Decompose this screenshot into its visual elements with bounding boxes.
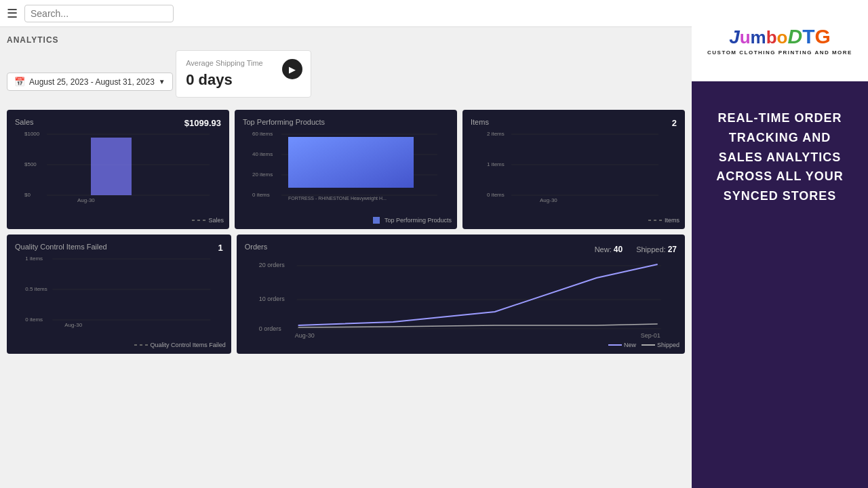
svg-text:Aug-30: Aug-30 — [77, 197, 95, 203]
orders-title: Orders — [245, 243, 268, 251]
svg-rect-17 — [288, 137, 414, 188]
svg-text:0 items: 0 items — [487, 192, 505, 198]
sales-chart-value: $1099.93 — [184, 118, 221, 128]
qc-chart-card: Quality Control Items Failed 1 1 items 0… — [7, 235, 231, 354]
brand-G: G — [815, 25, 831, 47]
calendar-icon: 📅 — [14, 77, 25, 87]
top-products-legend-box — [373, 217, 380, 224]
top-products-svg: 60 items 40 items 20 items 0 items FORT — [243, 127, 449, 202]
new-legend-label: New — [624, 342, 636, 348]
sales-chart-card: Sales $1099.93 $1000 $500 $0 Aug-30 Sale… — [7, 110, 229, 229]
new-label: New: — [595, 245, 614, 253]
items-legend-line — [648, 220, 662, 221]
svg-text:1 items: 1 items — [487, 161, 505, 167]
brand-J: J — [729, 26, 740, 47]
new-legend: New — [608, 342, 636, 348]
sales-legend: Sales — [192, 217, 224, 224]
orders-stats: New: 40 Shipped: 27 — [595, 243, 677, 255]
orders-header: Orders New: 40 Shipped: 27 — [245, 243, 677, 255]
svg-text:0 items: 0 items — [25, 317, 43, 323]
qc-chart-svg: 1 items 0.5 items 0 items Aug-30 — [15, 252, 223, 327]
top-products-legend: Top Performing Products — [373, 217, 452, 224]
svg-text:FORTRESS - RHINESTONE Heavywei: FORTRESS - RHINESTONE Heavyweight H... — [288, 196, 387, 201]
right-panel: JumboDTG CUSTOM CLOTHING PRINTING AND MO… — [692, 0, 868, 488]
sales-legend-line — [192, 220, 205, 221]
orders-new-stat: New: 40 — [595, 243, 623, 255]
sales-chart-svg: $1000 $500 $0 Aug-30 — [15, 127, 221, 202]
svg-text:0 items: 0 items — [252, 192, 270, 198]
shipping-icon: ▶ — [282, 59, 302, 79]
header: ☰ — [0, 0, 692, 27]
svg-text:2 items: 2 items — [487, 131, 505, 137]
svg-text:20 items: 20 items — [252, 171, 273, 178]
dropdown-arrow-icon: ▼ — [159, 78, 165, 85]
items-chart-card: Items 2 2 items 1 items 0 items Aug-30 I… — [462, 110, 685, 229]
items-chart-value: 2 — [672, 118, 677, 128]
analytics-label: ANALYTICS — [7, 35, 685, 45]
svg-text:60 items: 60 items — [252, 131, 273, 137]
qc-legend-line — [134, 344, 148, 346]
brand-m: m — [751, 27, 766, 47]
sales-legend-label: Sales — [208, 217, 224, 224]
brand-o: o — [777, 27, 788, 47]
menu-icon[interactable]: ☰ — [7, 6, 18, 21]
brand-logo: JumboDTG CUSTOM CLOTHING PRINTING AND MO… — [707, 26, 852, 56]
top-charts-grid: Sales $1099.93 $1000 $500 $0 Aug-30 Sale… — [0, 110, 692, 235]
svg-text:40 items: 40 items — [252, 151, 273, 157]
new-value: 40 — [614, 245, 623, 254]
svg-text:Aug-30: Aug-30 — [294, 332, 314, 339]
svg-text:Sep-01: Sep-01 — [640, 332, 660, 339]
top-products-title: Top Performing Products — [243, 118, 449, 126]
svg-text:1 items: 1 items — [25, 256, 43, 262]
orders-chart-svg: 20 orders 10 orders 0 orders Aug-30 Sep-… — [245, 258, 677, 339]
svg-text:20 orders: 20 orders — [258, 262, 285, 268]
svg-text:Aug-30: Aug-30 — [540, 197, 557, 203]
svg-text:0 orders: 0 orders — [258, 325, 281, 332]
search-input[interactable] — [31, 8, 167, 19]
brand-T: T — [802, 25, 814, 47]
brand-b: b — [766, 27, 777, 47]
svg-text:$0: $0 — [24, 192, 31, 198]
brand-D: D — [788, 25, 803, 47]
top-products-chart-card: Top Performing Products 60 items 40 item… — [235, 110, 457, 229]
date-picker[interactable]: 📅 August 25, 2023 - August 31, 2023 ▼ — [7, 73, 173, 91]
svg-text:0.5 items: 0.5 items — [25, 286, 47, 292]
qc-legend-label: Quality Control Items Failed — [151, 342, 226, 348]
shipped-label: Shipped: — [636, 245, 667, 253]
qc-chart-value: 1 — [218, 243, 222, 253]
svg-rect-6 — [91, 138, 132, 195]
shipped-legend-label: Shipped — [657, 342, 679, 348]
svg-text:10 orders: 10 orders — [258, 296, 285, 302]
qc-legend: Quality Control Items Failed — [134, 342, 226, 348]
qc-chart-title: Quality Control Items Failed — [15, 243, 223, 251]
shipped-legend-line — [642, 344, 655, 346]
orders-legend: New Shipped — [608, 342, 679, 348]
top-products-legend-label: Top Performing Products — [384, 217, 452, 224]
brand-u: u — [740, 27, 751, 47]
analytics-section: ANALYTICS 📅 August 25, 2023 - August 31,… — [0, 27, 692, 110]
items-legend-label: Items — [665, 217, 679, 224]
svg-text:$500: $500 — [24, 161, 37, 167]
items-chart-svg: 2 items 1 items 0 items Aug-30 — [471, 127, 677, 202]
orders-shipped-stat: Shipped: 27 — [636, 243, 677, 255]
items-chart-title: Items — [471, 118, 677, 126]
average-shipping-card: Average Shipping Time 0 days ▶ — [176, 50, 311, 98]
svg-text:Aug-30: Aug-30 — [64, 322, 82, 328]
brand-logo-area: JumboDTG CUSTOM CLOTHING PRINTING AND MO… — [692, 0, 868, 81]
shipped-legend: Shipped — [642, 342, 679, 348]
new-legend-line — [608, 344, 622, 346]
search-box — [24, 5, 174, 22]
date-range-text: August 25, 2023 - August 31, 2023 — [29, 77, 155, 87]
items-legend: Items — [648, 217, 679, 224]
brand-subtitle: CUSTOM CLOTHING PRINTING AND MORE — [707, 49, 852, 56]
shipped-value: 27 — [668, 245, 677, 254]
right-panel-tagline: REAL-TIME ORDER TRACKING AND SALES ANALY… — [692, 81, 868, 233]
bottom-charts-grid: Quality Control Items Failed 1 1 items 0… — [0, 235, 692, 359]
svg-text:$1000: $1000 — [24, 131, 40, 137]
orders-chart-card: Orders New: 40 Shipped: 27 20 orders 10 … — [237, 235, 685, 354]
